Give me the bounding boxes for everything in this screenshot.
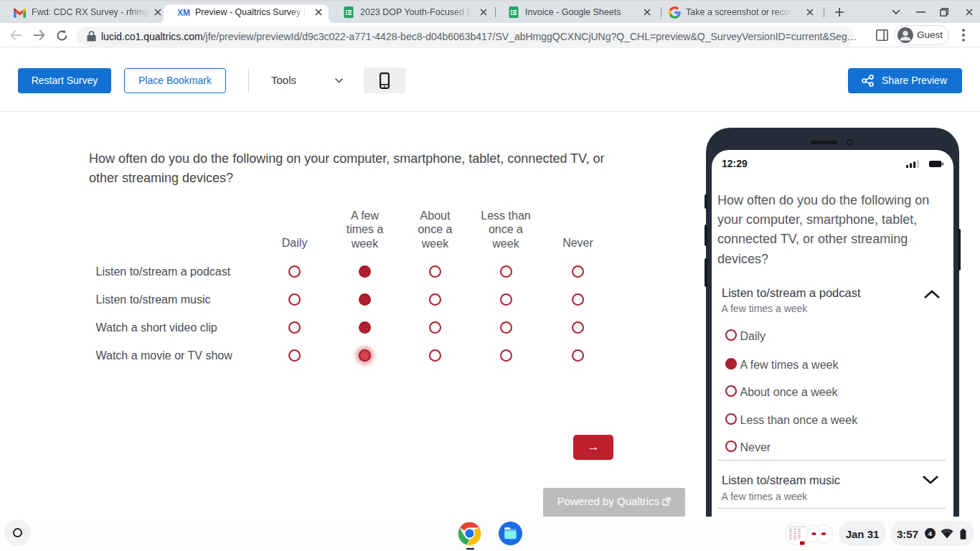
svg-text:4: 4 [928,529,933,537]
svg-text:XM: XM [177,8,190,18]
